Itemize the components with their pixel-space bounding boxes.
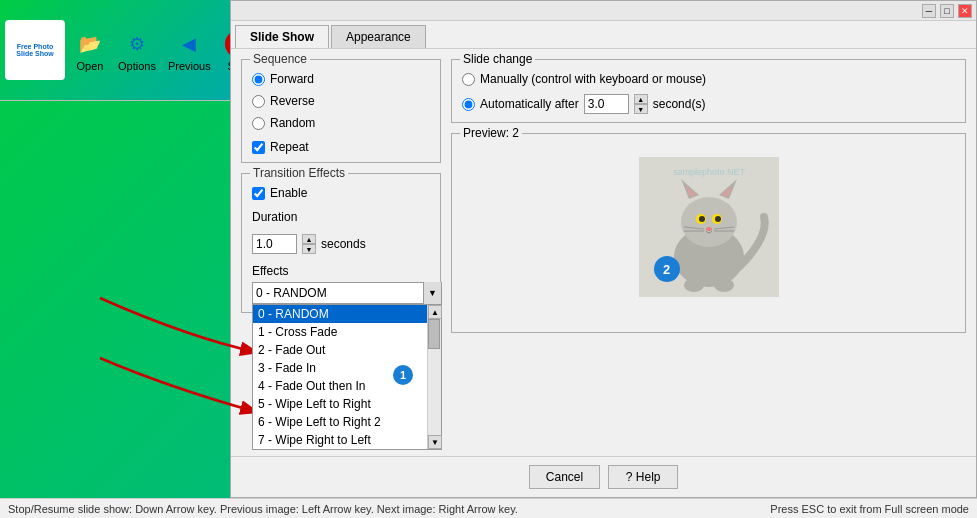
toolbar: Free PhotoSlide Show 📂 Open ⚙ Options ◀ … <box>0 0 240 100</box>
preview-section: Preview: 2 <box>451 133 966 333</box>
enable-checkbox-label[interactable]: Enable <box>252 186 430 200</box>
status-bar: Stop/Resume slide show: Down Arrow key. … <box>0 498 977 518</box>
sequence-title: Sequence <box>250 52 310 66</box>
dialog-tabs: Slide Show Appearance <box>231 21 976 49</box>
options-button[interactable]: ⚙ Options <box>114 26 160 74</box>
radio-forward[interactable]: Forward <box>252 72 430 86</box>
sequence-radio-group: Forward Reverse Random <box>252 72 430 130</box>
help-button[interactable]: ? Help <box>608 465 678 489</box>
number-badge-1: 1 <box>393 365 413 385</box>
sequence-section: Sequence Forward Reverse Random <box>241 59 441 163</box>
svg-point-17 <box>714 278 734 292</box>
radio-reverse-label: Reverse <box>270 94 315 108</box>
options-label: Options <box>118 60 156 72</box>
open-button[interactable]: 📂 Open <box>70 26 110 74</box>
auto-spin-up[interactable]: ▲ <box>634 94 648 104</box>
open-icon: 📂 <box>74 28 106 60</box>
cancel-label: Cancel <box>546 470 583 484</box>
auto-row: Automatically after ▲ ▼ second(s) <box>462 94 955 114</box>
preview-title: Preview: 2 <box>460 126 522 140</box>
dropdown-item-0[interactable]: 0 - RANDOM <box>253 305 441 323</box>
status-left-text: Stop/Resume slide show: Down Arrow key. … <box>8 503 518 515</box>
dropdown-scrollbar[interactable]: ▲ ▼ <box>427 305 441 449</box>
options-icon: ⚙ <box>121 28 153 60</box>
repeat-label: Repeat <box>270 140 309 154</box>
radio-forward-input[interactable] <box>252 73 265 86</box>
cancel-button[interactable]: Cancel <box>529 465 600 489</box>
scroll-thumb[interactable] <box>428 319 440 349</box>
radio-random-label: Random <box>270 116 315 130</box>
duration-input-row: ▲ ▼ seconds <box>252 234 430 254</box>
duration-spin-buttons: ▲ ▼ <box>302 234 316 254</box>
svg-point-10 <box>715 216 721 222</box>
minimize-button[interactable]: ─ <box>922 4 936 18</box>
effects-select-display[interactable]: 0 - RANDOM ▼ <box>252 282 442 304</box>
enable-checkbox[interactable] <box>252 187 265 200</box>
preview-badge: 2 <box>654 256 680 282</box>
dropdown-item-2[interactable]: 2 - Fade Out <box>253 341 441 359</box>
app-logo: Free PhotoSlide Show <box>5 20 65 80</box>
maximize-button[interactable]: □ <box>940 4 954 18</box>
duration-unit: seconds <box>321 237 366 251</box>
effects-dropdown-arrow[interactable]: ▼ <box>423 282 441 304</box>
radio-reverse[interactable]: Reverse <box>252 94 430 108</box>
help-label: ? Help <box>626 470 661 484</box>
slide-change-title: Slide change <box>460 52 535 66</box>
radio-forward-label: Forward <box>270 72 314 86</box>
scroll-track <box>428 319 441 435</box>
dropdown-item-1[interactable]: 1 - Cross Fade <box>253 323 441 341</box>
effects-dropdown-list: 0 - RANDOM 1 - Cross Fade 2 - Fade Out 3… <box>252 304 442 450</box>
radio-auto-input[interactable] <box>462 98 475 111</box>
radio-reverse-input[interactable] <box>252 95 265 108</box>
duration-spin-down[interactable]: ▼ <box>302 244 316 254</box>
auto-spin-down[interactable]: ▼ <box>634 104 648 114</box>
dialog-titlebar: ─ □ ✕ <box>231 1 976 21</box>
previous-button[interactable]: ◀ Previous <box>164 26 215 74</box>
svg-point-9 <box>699 216 705 222</box>
status-right-text: Press ESC to exit from Full screen mode <box>770 503 969 515</box>
effects-section: Effects 0 - RANDOM ▼ 0 - RANDOM 1 - Cros… <box>252 264 430 304</box>
duration-input[interactable] <box>252 234 297 254</box>
duration-spin-up[interactable]: ▲ <box>302 234 316 244</box>
enable-label: Enable <box>270 186 307 200</box>
auto-spin-buttons: ▲ ▼ <box>634 94 648 114</box>
slide-change-options: Manually (control with keyboard or mouse… <box>462 72 955 114</box>
dropdown-item-6[interactable]: 6 - Wipe Left to Right 2 <box>253 413 441 431</box>
radio-manual[interactable]: Manually (control with keyboard or mouse… <box>462 72 955 86</box>
auto-seconds-input[interactable] <box>584 94 629 114</box>
svg-point-11 <box>706 227 712 231</box>
duration-label: Duration <box>252 210 297 224</box>
scroll-up-button[interactable]: ▲ <box>428 305 442 319</box>
scroll-down-button[interactable]: ▼ <box>428 435 442 449</box>
tab-slide-show[interactable]: Slide Show <box>235 25 329 48</box>
radio-manual-label: Manually (control with keyboard or mouse… <box>480 72 706 86</box>
repeat-checkbox-label[interactable]: Repeat <box>252 140 430 154</box>
svg-point-2 <box>681 197 737 247</box>
tab-appearance[interactable]: Appearance <box>331 25 426 48</box>
dropdown-item-7[interactable]: 7 - Wipe Right to Left <box>253 431 441 449</box>
transition-section-wrapper: Transition Effects Enable Duration ▲ ▼ <box>241 173 441 313</box>
preview-image-wrapper: samplephoto.NET 2 <box>462 147 955 307</box>
svg-point-16 <box>684 278 704 292</box>
dialog-content: Sequence Forward Reverse Random <box>231 49 976 456</box>
dropdown-item-5[interactable]: 5 - Wipe Left to Right <box>253 395 441 413</box>
transition-section: Transition Effects Enable Duration ▲ ▼ <box>241 173 441 313</box>
seconds-label: second(s) <box>653 97 706 111</box>
open-label: Open <box>77 60 104 72</box>
radio-manual-input[interactable] <box>462 73 475 86</box>
preview-box: Preview: 2 <box>451 133 966 333</box>
preview-image: samplephoto.NET 2 <box>639 157 779 297</box>
left-panel: Sequence Forward Reverse Random <box>241 59 441 446</box>
svg-text:samplephoto.NET: samplephoto.NET <box>672 167 745 177</box>
slide-change-section: Slide change Manually (control with keyb… <box>451 59 966 123</box>
repeat-checkbox[interactable] <box>252 141 265 154</box>
close-button[interactable]: ✕ <box>958 4 972 18</box>
window-controls: ─ □ ✕ <box>922 4 972 18</box>
duration-row: Duration <box>252 210 430 224</box>
radio-random[interactable]: Random <box>252 116 430 130</box>
effects-selected-value: 0 - RANDOM <box>256 286 423 300</box>
transition-title: Transition Effects <box>250 166 348 180</box>
main-dialog: ─ □ ✕ Slide Show Appearance Sequence For… <box>230 0 977 498</box>
radio-random-input[interactable] <box>252 117 265 130</box>
right-panel: Slide change Manually (control with keyb… <box>451 59 966 446</box>
